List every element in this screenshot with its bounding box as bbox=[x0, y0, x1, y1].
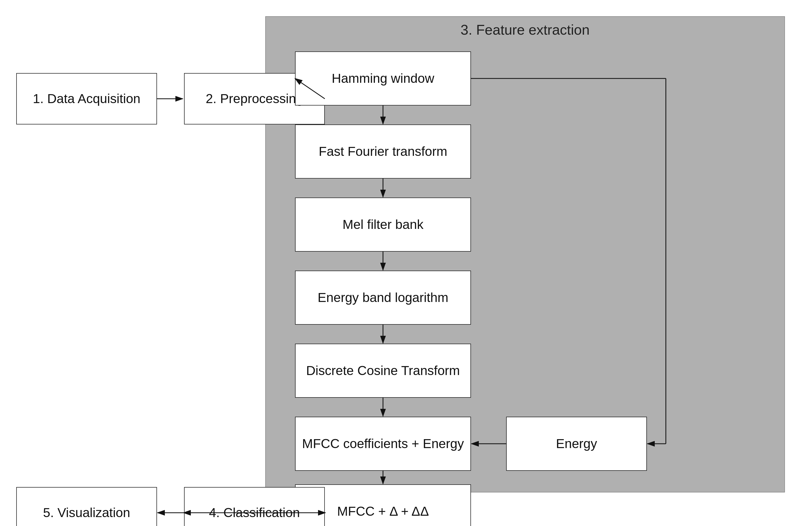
visualization-box: 5. Visualization bbox=[16, 487, 157, 526]
classification-box: 4. Classification bbox=[184, 487, 325, 526]
hamming-window-box: Hamming window bbox=[295, 52, 471, 105]
fft-box: Fast Fourier transform bbox=[295, 125, 471, 179]
energy-band-box: Energy band logarithm bbox=[295, 271, 471, 325]
feature-panel-title: 3. Feature extraction bbox=[266, 21, 784, 38]
diagram-container: 3. Feature extraction 1. Data Acquisitio… bbox=[0, 0, 812, 526]
data-acquisition-box: 1. Data Acquisition bbox=[16, 73, 157, 125]
mfcc-energy-box: MFCC coefficients + Energy bbox=[295, 417, 471, 471]
dct-box: Discrete Cosine Transform bbox=[295, 344, 471, 398]
energy-box: Energy bbox=[506, 417, 647, 471]
mel-filter-box: Mel filter bank bbox=[295, 198, 471, 252]
